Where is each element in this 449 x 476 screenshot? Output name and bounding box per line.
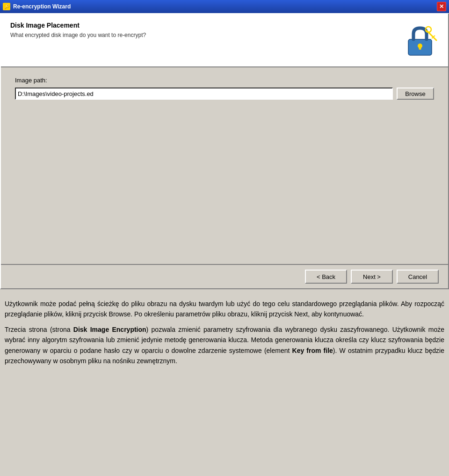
browse-button[interactable]: Browse xyxy=(397,88,434,100)
dialog-header-text: Disk Image Placement What encrypted disk… xyxy=(10,22,146,38)
back-button[interactable]: < Back xyxy=(305,270,347,284)
dialog-subtitle: What encrypted disk image do you want to… xyxy=(10,32,146,38)
description-para1: Użytkownik może podać pełną ścieżkę do p… xyxy=(5,299,444,320)
image-path-input[interactable] xyxy=(15,88,393,100)
title-bar-title: Re-encryption Wizard xyxy=(13,3,71,10)
title-bar: 🔑 Re-encryption Wizard ✕ xyxy=(0,0,449,13)
dialog-header: Disk Image Placement What encrypted disk… xyxy=(1,14,448,67)
dialog: Disk Image Placement What encrypted disk… xyxy=(0,13,449,289)
close-button[interactable]: ✕ xyxy=(437,2,446,11)
para2-bold: Disk Image Encryption xyxy=(73,326,146,333)
app-icon: 🔑 xyxy=(3,3,10,10)
image-path-row: Browse xyxy=(15,88,434,100)
title-bar-left: 🔑 Re-encryption Wizard xyxy=(3,3,71,10)
svg-rect-2 xyxy=(419,46,421,50)
cancel-button[interactable]: Cancel xyxy=(397,270,439,284)
image-path-label: Image path: xyxy=(15,77,434,84)
description-area: Użytkownik może podać pełną ścieżkę do p… xyxy=(0,289,449,375)
dialog-content: Image path: Browse xyxy=(1,67,448,264)
description-para2: Trzecia strona (strona Disk Image Encryp… xyxy=(5,324,444,366)
next-button[interactable]: Next > xyxy=(351,270,393,284)
para2-before: Trzecia strona (strona xyxy=(5,326,73,333)
svg-line-6 xyxy=(432,37,434,38)
dialog-title: Disk Image Placement xyxy=(10,22,146,29)
para2-key: Key from file xyxy=(292,347,333,354)
dialog-buttons: < Back Next > Cancel xyxy=(1,264,448,288)
header-icon xyxy=(401,22,439,59)
